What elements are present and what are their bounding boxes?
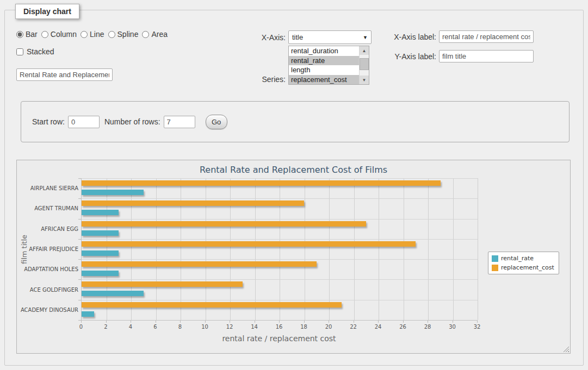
radio-bar[interactable]: Bar bbox=[16, 30, 38, 39]
legend-swatch-icon bbox=[492, 255, 498, 262]
x-axis-tick-label: 30 bbox=[444, 324, 461, 330]
x-axis-tick bbox=[230, 321, 230, 323]
series-option-rental_duration[interactable]: rental_duration bbox=[289, 46, 359, 56]
stacked-checkbox-row[interactable]: Stacked bbox=[16, 47, 54, 56]
radio-line-label: Line bbox=[90, 30, 104, 39]
radio-column-input[interactable] bbox=[41, 31, 48, 38]
x-axis-tick-label: 26 bbox=[395, 324, 411, 330]
legend-item-rental_rate[interactable]: rental_rate bbox=[492, 255, 554, 262]
gridline-v bbox=[478, 178, 478, 320]
go-button[interactable]: Go bbox=[206, 115, 227, 129]
chart-title-input[interactable] bbox=[16, 68, 113, 81]
gridline-h bbox=[82, 198, 478, 199]
series-option-replacement_cost[interactable]: replacement_cost bbox=[289, 75, 359, 85]
bar-rental_rate bbox=[82, 210, 119, 215]
x-axis-tick bbox=[354, 321, 354, 323]
radio-line[interactable]: Line bbox=[81, 30, 104, 39]
gridline-v bbox=[230, 178, 231, 320]
category-label: ACADEMY DINOSAUR bbox=[17, 300, 78, 320]
gridline-v bbox=[453, 178, 454, 320]
x-axis-tick bbox=[131, 321, 131, 323]
radio-spline[interactable]: Spline bbox=[108, 30, 139, 39]
resize-grip-icon[interactable] bbox=[563, 346, 569, 352]
category-label: ADAPTATION HOLES bbox=[17, 259, 78, 279]
start-row-input[interactable] bbox=[68, 116, 100, 128]
series-listbox[interactable]: rental_durationrental_ratelengthreplacem… bbox=[288, 46, 369, 85]
bar-rental_rate bbox=[82, 271, 119, 276]
x-axis-tick bbox=[81, 321, 82, 323]
bar-rental_rate bbox=[82, 190, 144, 195]
chart-plot-area bbox=[81, 178, 478, 321]
gridline-v bbox=[428, 178, 429, 320]
radio-line-input[interactable] bbox=[81, 31, 88, 38]
y-axis-tick bbox=[78, 198, 81, 199]
y-axis-tick bbox=[78, 239, 81, 240]
category-label: ACE GOLDFINGER bbox=[17, 279, 78, 299]
x-axis-tick-label: 28 bbox=[419, 324, 436, 330]
radio-column-label: Column bbox=[51, 30, 77, 39]
x-axis-label-input[interactable] bbox=[439, 30, 534, 43]
series-scrollbar[interactable]: ▲ ▼ bbox=[359, 46, 369, 84]
x-axis-select-value: title bbox=[292, 33, 303, 41]
scroll-down-icon[interactable]: ▼ bbox=[360, 76, 369, 84]
num-rows-input[interactable] bbox=[164, 116, 195, 128]
bar-replacement_cost bbox=[82, 180, 441, 186]
chart-x-axis-title: rental rate / replacement cost bbox=[81, 334, 477, 343]
series-option-length[interactable]: length bbox=[289, 65, 359, 75]
legend-item-replacement_cost[interactable]: replacement_cost bbox=[492, 264, 554, 271]
radio-area-input[interactable] bbox=[142, 31, 149, 38]
gridline-h bbox=[82, 178, 478, 179]
x-axis-select[interactable]: title ▼ bbox=[288, 30, 372, 44]
bar-replacement_cost bbox=[82, 302, 342, 308]
series-option-rental_rate[interactable]: rental_rate bbox=[289, 56, 359, 66]
x-axis-tick bbox=[403, 321, 404, 323]
series-list-label: Series: bbox=[234, 75, 286, 84]
radio-bar-input[interactable] bbox=[16, 31, 23, 38]
x-axis-tick bbox=[477, 321, 478, 323]
category-label: AFRICAN EGG bbox=[17, 219, 78, 239]
x-axis-tick-label: 18 bbox=[296, 324, 312, 330]
rows-form: Start row: Number of rows: Go bbox=[21, 101, 570, 142]
x-axis-tick-label: 22 bbox=[345, 324, 362, 330]
gridline-v bbox=[131, 178, 132, 320]
scrollbar-track[interactable] bbox=[360, 55, 369, 76]
y-axis-tick bbox=[78, 178, 81, 179]
x-axis-tick bbox=[428, 321, 428, 323]
y-axis-label-input[interactable] bbox=[439, 50, 534, 62]
scrollbar-thumb[interactable] bbox=[360, 58, 369, 70]
gridline-v bbox=[181, 178, 181, 320]
gridline-v bbox=[255, 178, 256, 320]
gridline-h bbox=[82, 279, 478, 280]
y-axis-tick bbox=[78, 259, 81, 260]
bar-rental_rate bbox=[82, 291, 144, 296]
x-axis-tick bbox=[106, 321, 107, 323]
screen: Display chart BarColumnLineSplineArea St… bbox=[0, 0, 588, 370]
bar-replacement_cost bbox=[82, 200, 304, 206]
radio-area-label: Area bbox=[151, 30, 168, 39]
y-axis-tick bbox=[78, 320, 81, 321]
legend-label: rental_rate bbox=[501, 255, 534, 262]
radio-spline-input[interactable] bbox=[108, 31, 115, 38]
num-rows-label: Number of rows: bbox=[104, 117, 160, 126]
stacked-checkbox[interactable] bbox=[16, 48, 23, 55]
bar-replacement_cost bbox=[82, 241, 416, 247]
radio-column[interactable]: Column bbox=[41, 30, 77, 39]
bar-rental_rate bbox=[82, 230, 119, 236]
x-axis-tick-label: 16 bbox=[271, 324, 287, 330]
gridline-v bbox=[156, 178, 157, 320]
y-axis-tick bbox=[78, 279, 81, 280]
scroll-up-icon[interactable]: ▲ bbox=[360, 46, 369, 55]
stacked-label: Stacked bbox=[27, 47, 54, 56]
radio-spline-label: Spline bbox=[117, 30, 139, 39]
bar-rental_rate bbox=[82, 311, 94, 317]
radio-area[interactable]: Area bbox=[142, 30, 168, 39]
bar-rental_rate bbox=[82, 250, 119, 256]
x-axis-tick-label: 24 bbox=[370, 324, 386, 330]
gridline-v bbox=[404, 178, 404, 320]
gridline-v bbox=[354, 178, 355, 320]
x-axis-tick-label: 20 bbox=[320, 324, 337, 330]
chart-type-row: BarColumnLineSplineArea bbox=[16, 30, 171, 39]
x-axis-tick bbox=[453, 321, 453, 323]
x-axis-select-label: X-Axis: bbox=[234, 33, 286, 42]
x-axis-tick-label: 32 bbox=[469, 324, 485, 330]
